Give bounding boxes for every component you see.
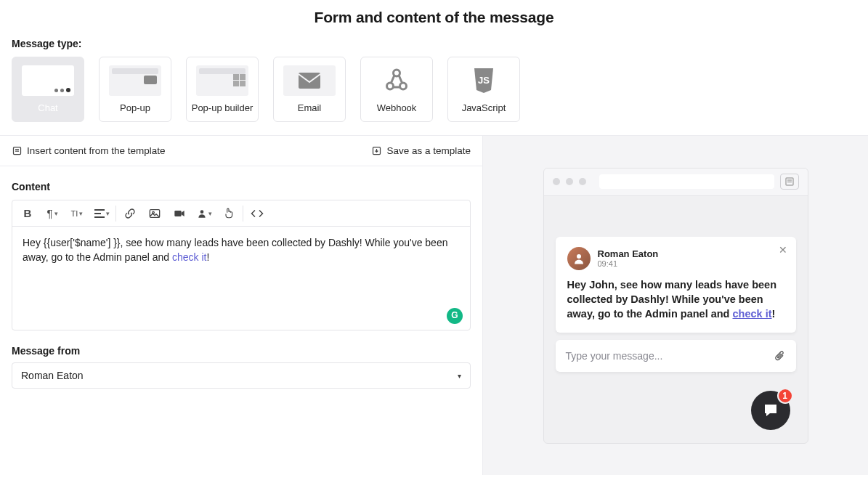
message-type-popup-builder[interactable]: Pop-up builder	[186, 57, 259, 122]
reply-placeholder: Type your message...	[566, 350, 663, 362]
preview-browser: ✕ Roman Eaton 09:41 Hey John, see how ma…	[543, 168, 808, 444]
link-icon	[124, 208, 136, 219]
preview-author: Roman Eaton	[598, 248, 659, 259]
link-button[interactable]	[118, 200, 142, 227]
svg-point-15	[200, 210, 203, 214]
user-icon	[197, 208, 207, 219]
content-editor: B ¶▾ TI▾ ▾ ▾	[12, 200, 471, 330]
message-type-label: Message type:	[0, 33, 868, 57]
message-type-label-webhook: Webhook	[377, 102, 417, 113]
unread-badge: 1	[777, 388, 793, 404]
chat-thumb-icon	[22, 65, 74, 96]
message-type-label-email: Email	[298, 102, 322, 113]
message-from-select[interactable]: Roman Eaton ▾	[12, 362, 471, 389]
code-view-button[interactable]	[245, 200, 269, 227]
attachment-icon[interactable]	[774, 349, 786, 362]
user-variable-dropdown[interactable]: ▾	[192, 200, 216, 227]
message-type-label-popup: Pop-up	[120, 102, 150, 113]
insert-template-label: Insert content from the template	[27, 145, 166, 156]
chat-bubble-icon	[762, 402, 779, 419]
editor-toolbar: B ¶▾ TI▾ ▾ ▾	[12, 200, 470, 227]
close-icon[interactable]: ✕	[779, 244, 787, 256]
address-bar	[599, 174, 774, 189]
message-type-chat[interactable]: Chat	[12, 57, 84, 122]
insert-template-button[interactable]: Insert content from the template	[12, 145, 166, 156]
editor-link[interactable]: check it	[172, 251, 206, 263]
bold-button[interactable]: B	[15, 200, 40, 227]
browser-chrome	[544, 169, 808, 196]
message-type-label-javascript: JavaScript	[462, 102, 506, 113]
page-title: Form and content of the message	[0, 0, 868, 33]
code-icon	[251, 208, 264, 219]
pointer-button[interactable]	[216, 200, 241, 227]
preview-chat-card: ✕ Roman Eaton 09:41 Hey John, see how ma…	[556, 237, 796, 333]
message-type-javascript[interactable]: JS JavaScript	[447, 57, 520, 122]
message-type-label-popup-builder: Pop-up builder	[192, 102, 253, 113]
image-icon	[149, 208, 161, 219]
message-type-webhook[interactable]: Webhook	[360, 57, 433, 122]
message-type-email[interactable]: Email	[273, 57, 346, 122]
svg-text:JS: JS	[478, 75, 490, 86]
save-template-label: Save as a template	[386, 145, 471, 156]
chat-fab[interactable]: 1	[751, 391, 790, 430]
template-save-icon	[371, 145, 382, 156]
video-button[interactable]	[167, 200, 192, 227]
browser-menu-icon	[780, 174, 799, 190]
content-label: Content	[0, 166, 482, 200]
svg-rect-0	[299, 73, 320, 89]
window-dot	[566, 178, 573, 185]
editor-text: Hey {{user['$name'] }}, see how many lea…	[23, 237, 447, 263]
message-type-label-chat: Chat	[38, 102, 57, 113]
javascript-thumb-icon: JS	[458, 65, 510, 96]
message-from-value: Roman Eaton	[21, 370, 84, 381]
message-types: Chat Pop-up Pop-up builder Email Webhook…	[0, 57, 868, 135]
avatar	[567, 247, 591, 270]
message-type-popup[interactable]: Pop-up	[99, 57, 171, 122]
preview-reply-input[interactable]: Type your message...	[556, 340, 796, 372]
popup-builder-thumb-icon	[196, 65, 248, 96]
text-style-dropdown[interactable]: TI▾	[65, 200, 89, 227]
preview-time: 09:41	[598, 259, 659, 268]
editor-text-tail: !	[206, 251, 209, 263]
template-insert-icon	[12, 145, 23, 156]
save-template-button[interactable]: Save as a template	[371, 145, 471, 156]
preview-text: Hey John, see how many leads have been c…	[567, 277, 784, 321]
grammarly-icon[interactable]: G	[447, 308, 463, 324]
image-button[interactable]	[142, 200, 167, 227]
preview-link[interactable]: check it	[733, 308, 772, 320]
window-dot	[579, 178, 586, 185]
popup-thumb-icon	[109, 65, 161, 96]
video-icon	[174, 208, 185, 219]
svg-rect-14	[174, 211, 181, 216]
pointer-icon	[224, 208, 234, 219]
align-icon	[94, 209, 105, 218]
message-from-label: Message from	[0, 330, 482, 362]
chevron-down-icon: ▾	[458, 372, 461, 380]
window-dot	[553, 178, 560, 185]
svg-point-19	[577, 254, 581, 259]
paragraph-dropdown[interactable]: ¶▾	[40, 200, 65, 227]
preview-panel: ✕ Roman Eaton 09:41 Hey John, see how ma…	[483, 136, 868, 475]
email-thumb-icon	[283, 65, 336, 96]
align-dropdown[interactable]: ▾	[89, 200, 114, 227]
webhook-thumb-icon	[370, 65, 423, 96]
editor-textarea[interactable]: Hey {{user['$name'] }}, see how many lea…	[12, 227, 470, 330]
editor-panel: Insert content from the template Save as…	[0, 136, 483, 475]
